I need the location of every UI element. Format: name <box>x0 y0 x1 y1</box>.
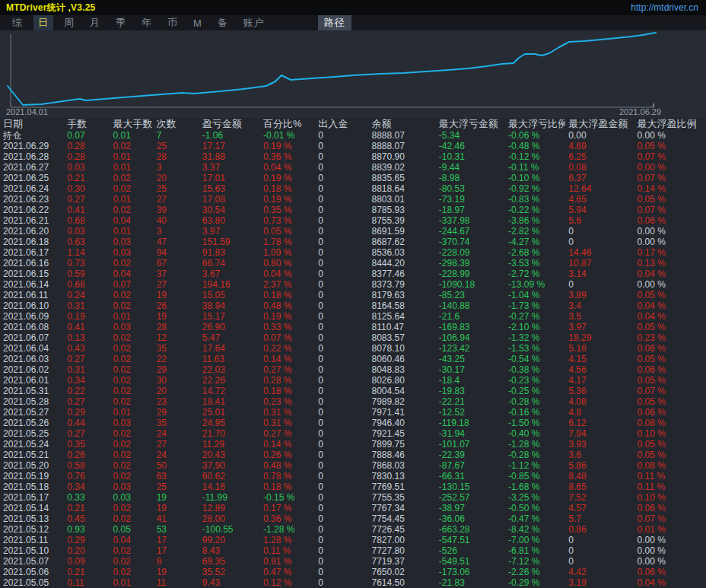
table-row[interactable]: 2021.06.240.300.022515.630.18 %08818.64-… <box>0 183 706 194</box>
table-row[interactable]: 2021.06.230.270.012717.080.19 %08803.01-… <box>0 194 706 205</box>
cell: 0.22 <box>64 386 110 396</box>
column-header[interactable]: 最大浮亏金额 <box>436 118 505 130</box>
column-header[interactable]: 盈亏金额 <box>199 118 260 130</box>
table-row[interactable]: 2021.05.310.220.022014.720.18 %08004.54-… <box>0 386 706 396</box>
column-header[interactable]: 日期 <box>0 118 64 130</box>
table-row[interactable]: 2021.06.200.030.0133.970.05 %08691.59-24… <box>0 226 706 237</box>
table-row[interactable]: 2021.05.050.110.01119.430.12 %07614.50-2… <box>0 577 706 588</box>
cell: -42.46 <box>436 141 505 151</box>
row-date: 2021.05.06 <box>0 567 64 577</box>
column-header[interactable]: 手数 <box>64 118 110 130</box>
menu-item-日[interactable]: 日 <box>33 15 53 30</box>
menu-items: 综日周月季年币M备账户 <box>8 15 275 30</box>
table-row[interactable]: 2021.06.160.730.026766.740.80 %08444.20-… <box>0 258 706 269</box>
table-row[interactable]: 2021.05.130.450.024128.000.36 %07754.45-… <box>0 513 706 524</box>
column-header[interactable]: 最大浮亏比例 <box>505 118 565 130</box>
cell: 0.11 <box>64 577 110 588</box>
table-row[interactable]: 2021.05.250.270.022421.700.27 %07921.45-… <box>0 428 706 439</box>
column-header[interactable]: 出入金 <box>315 118 368 130</box>
cell: 17 <box>154 535 199 545</box>
cell: 0.02 <box>110 183 153 194</box>
table-row[interactable]: 2021.05.260.440.033524.950.31 %07946.40-… <box>0 418 706 428</box>
table-row[interactable]: 2021.06.090.190.011915.170.19 %08125.64-… <box>0 311 706 322</box>
menu-item-综[interactable]: 综 <box>8 15 27 30</box>
column-header[interactable]: 最大浮盈金额 <box>565 118 634 130</box>
cell: -22.39 <box>436 450 505 460</box>
cell: 22 <box>154 354 199 364</box>
table-row[interactable]: 2021.06.030.270.022211.630.14 %08060.46-… <box>0 354 706 364</box>
table-row[interactable]: 2021.05.280.270.022318.410.23 %07989.82-… <box>0 396 706 407</box>
cell: 0.07 % <box>634 151 706 162</box>
row-date: 持仓 <box>0 130 64 141</box>
table-row[interactable]: 2021.06.100.310.022638.940.48 %08164.58-… <box>0 300 706 311</box>
table-row[interactable]: 2021.05.170.330.0319-11.99-0.15 %07755.3… <box>0 492 706 503</box>
table-row[interactable]: 2021.05.180.340.032514.160.18 %07769.51-… <box>0 482 706 492</box>
table-row[interactable]: 2021.05.210.260.022420.430.26 %07888.46-… <box>0 450 706 460</box>
table-row[interactable]: 2021.06.110.240.021915.050.18 %08179.63-… <box>0 290 706 300</box>
table-row[interactable]: 2021.06.150.590.04373.670.04 %08377.46-2… <box>0 269 706 279</box>
cell: 0.35 % <box>260 205 315 215</box>
column-header[interactable]: 最大手数 <box>110 118 153 130</box>
table-row[interactable]: 2021.05.240.350.022711.290.14 %07899.75-… <box>0 439 706 450</box>
table-row[interactable]: 2021.05.110.290.041799.201.28 %07827.00-… <box>0 535 706 545</box>
cell: 0.19 % <box>260 141 315 151</box>
cell: 0.17 % <box>634 247 706 258</box>
menu-item-账户[interactable]: 账户 <box>239 15 269 30</box>
menu-item-周[interactable]: 周 <box>59 15 79 30</box>
menu-item-月[interactable]: 月 <box>85 15 105 30</box>
table-row[interactable]: 2021.05.120.930.0553-100.55-1.28 %07726.… <box>0 524 706 535</box>
menu-item-季[interactable]: 季 <box>111 15 131 30</box>
table-row[interactable]: 持仓0.070.017-1.06-0.01 %08888.07-5.34-0.0… <box>0 130 706 141</box>
table-row[interactable]: 2021.05.200.580.025037.900.48 %07868.03-… <box>0 460 706 471</box>
row-date: 2021.05.07 <box>0 556 64 567</box>
cell: 0.01 <box>110 226 153 237</box>
cell: 0.00 % <box>634 226 706 237</box>
column-header[interactable]: 次数 <box>154 118 199 130</box>
cell: 0.27 <box>64 194 110 205</box>
table-row[interactable]: 2021.05.100.200.02178.430.11 %07727.80-5… <box>0 545 706 556</box>
table-row[interactable]: 2021.06.010.340.023022.260.28 %08026.80-… <box>0 375 706 386</box>
table-row[interactable]: 2021.06.270.030.0133.370.04 %08839.02-9.… <box>0 162 706 173</box>
table-row[interactable]: 2021.05.270.290.012925.010.31 %07971.41-… <box>0 407 706 418</box>
table-row[interactable]: 2021.06.070.130.02125.470.07 %08083.57-1… <box>0 332 706 343</box>
cell: 0 <box>565 237 634 247</box>
table-row[interactable]: 2021.06.020.310.022922.030.27 %08048.83-… <box>0 364 706 375</box>
table-row[interactable]: 2021.06.171.140.039491.831.09 %08536.03-… <box>0 247 706 258</box>
path-button[interactable]: 路径 <box>318 15 351 30</box>
cell: 26 <box>154 300 199 311</box>
table-row[interactable]: 2021.06.290.280.022517.170.19 %08888.07-… <box>0 141 706 151</box>
table-row[interactable]: 2021.06.140.680.0727194.162.37 %08373.79… <box>0 279 706 290</box>
table-row[interactable]: 2021.06.210.680.044063.800.73 %08755.39-… <box>0 215 706 226</box>
menu-item-M[interactable]: M <box>189 17 207 30</box>
row-date: 2021.05.18 <box>0 482 64 492</box>
table-row[interactable]: 2021.05.070.090.02869.350.91 %07719.37-5… <box>0 556 706 567</box>
cell: 99.20 <box>199 535 260 545</box>
cell: 0 <box>315 418 368 428</box>
cell: 3.5 <box>565 311 634 322</box>
table-row[interactable]: 2021.06.180.630.0347151.591.78 %08687.62… <box>0 237 706 247</box>
table-row[interactable]: 2021.06.280.280.012831.880.36 %08870.90-… <box>0 151 706 162</box>
cell: 8373.79 <box>369 279 436 290</box>
table-row[interactable]: 2021.05.190.760.026360.620.78 %07830.13-… <box>0 471 706 482</box>
cell: 3 <box>154 226 199 237</box>
cell: 0 <box>315 162 368 173</box>
cell: -2.10 % <box>505 322 565 332</box>
cell: -1.32 % <box>505 332 565 343</box>
cell: -12.52 <box>436 407 505 418</box>
menu-item-备[interactable]: 备 <box>213 15 233 30</box>
table-row[interactable]: 2021.06.250.210.022017.010.19 %08835.65-… <box>0 173 706 183</box>
column-header[interactable]: 余额 <box>369 118 436 130</box>
cell: 0.08 % <box>634 460 706 471</box>
table-row[interactable]: 2021.06.220.410.023930.540.35 %08785.93-… <box>0 205 706 215</box>
cell: 0.14 % <box>260 354 315 364</box>
table-row[interactable]: 2021.05.140.210.021912.890.17 %07767.34-… <box>0 503 706 513</box>
column-header[interactable]: 最大浮盈比例 <box>634 118 706 130</box>
column-header[interactable]: 百分比% <box>260 118 315 130</box>
menu-item-币[interactable]: 币 <box>163 15 183 30</box>
website-link[interactable]: http://mtdriver.cn <box>631 2 698 13</box>
table-row[interactable]: 2021.05.060.210.021935.520.47 %07650.02-… <box>0 567 706 577</box>
cell: 0.02 <box>110 375 153 386</box>
menu-item-年[interactable]: 年 <box>137 15 157 30</box>
table-row[interactable]: 2021.06.080.410.032826.900.33 %08110.47-… <box>0 322 706 332</box>
table-row[interactable]: 2021.06.040.430.023517.640.22 %08078.10-… <box>0 343 706 354</box>
